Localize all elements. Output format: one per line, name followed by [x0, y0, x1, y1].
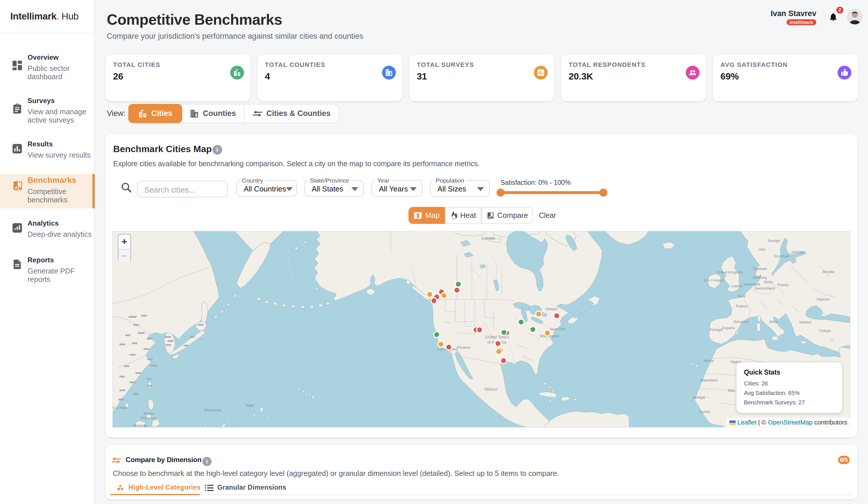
svg-text:Canada: Canada [481, 236, 495, 240]
svg-text:Hamburg: Hamburg [753, 276, 767, 279]
svg-text:Philippines: Philippines [140, 416, 157, 420]
svg-text:Sverige: Sverige [767, 238, 780, 243]
svg-text:Barcelona: Barcelona [734, 320, 749, 324]
svg-text:Nederland: Nederland [744, 282, 760, 286]
svg-text:Україна: Україна [816, 297, 830, 301]
svg-text:Stockholm: Stockholm [774, 254, 790, 258]
svg-text:Mauritanie: Mauritanie [700, 378, 718, 382]
svg-text:Paris: Paris [738, 295, 745, 298]
svg-text:Sénégal: Sénégal [692, 395, 705, 400]
svg-text:Москва: Москва [823, 270, 834, 274]
svg-text:España: España [722, 326, 735, 330]
svg-text:Polska: Polska [777, 283, 789, 287]
svg-text:London: London [731, 284, 743, 288]
svg-text:Oslo: Oslo [758, 247, 765, 251]
svg-text:Helsinki: Helsinki [792, 250, 804, 254]
svg-text:Portugal: Portugal [710, 328, 723, 332]
svg-text:Türkiye: Türkiye [819, 329, 831, 333]
svg-text:Guinée: Guinée [699, 410, 710, 414]
svg-text:Berlin: Berlin [764, 280, 773, 284]
svg-text:V. el Nam: V. el Nam [113, 406, 127, 410]
svg-text:Manila: Manila [144, 412, 154, 415]
svg-text:France: France [736, 304, 747, 308]
svg-text:Ottawa: Ottawa [545, 307, 557, 311]
svg-text:United Kingdom: United Kingdom [716, 270, 743, 274]
svg-text:Italia: Italia [769, 319, 777, 324]
svg-text:Maroc: Maroc [704, 359, 714, 363]
svg-text:México: México [485, 387, 497, 391]
svg-text:Danmark: Danmark [753, 267, 767, 271]
svg-text:Deutschland: Deutschland [754, 286, 775, 290]
svg-text:Mali: Mali [728, 388, 735, 393]
svg-text:Micronesia: Micronesia [204, 408, 221, 412]
svg-text:New York: New York [550, 327, 566, 331]
svg-text:Malaysia: Malaysia [133, 424, 147, 428]
svg-text:Phoenix: Phoenix [457, 345, 471, 350]
svg-text:Istanbul: Istanbul [799, 320, 811, 324]
svg-text:Majel: Majel [246, 403, 254, 408]
svg-text:Eire / Ireland: Eire / Ireland [704, 278, 723, 282]
